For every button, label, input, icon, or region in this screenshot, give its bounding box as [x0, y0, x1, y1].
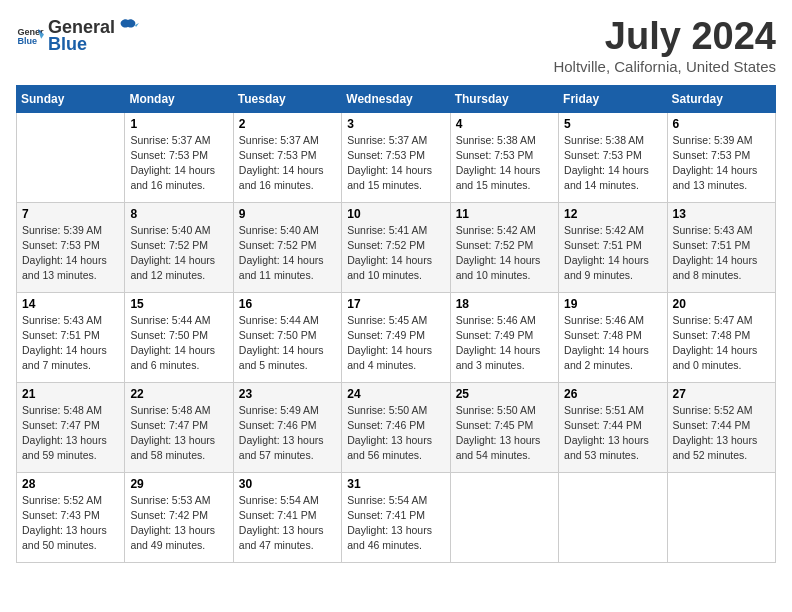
- day-info: Sunrise: 5:43 AM Sunset: 7:51 PM Dayligh…: [673, 223, 770, 284]
- day-info: Sunrise: 5:39 AM Sunset: 7:53 PM Dayligh…: [673, 133, 770, 194]
- logo-bird-icon: [117, 16, 139, 38]
- day-number: 7: [22, 207, 119, 221]
- weekday-header-saturday: Saturday: [667, 85, 775, 112]
- calendar-cell: 13Sunrise: 5:43 AM Sunset: 7:51 PM Dayli…: [667, 202, 775, 292]
- week-row-1: 1Sunrise: 5:37 AM Sunset: 7:53 PM Daylig…: [17, 112, 776, 202]
- weekday-header-row: SundayMondayTuesdayWednesdayThursdayFrid…: [17, 85, 776, 112]
- calendar-cell: 15Sunrise: 5:44 AM Sunset: 7:50 PM Dayli…: [125, 292, 233, 382]
- day-number: 3: [347, 117, 444, 131]
- day-info: Sunrise: 5:42 AM Sunset: 7:52 PM Dayligh…: [456, 223, 553, 284]
- day-number: 27: [673, 387, 770, 401]
- calendar-cell: 26Sunrise: 5:51 AM Sunset: 7:44 PM Dayli…: [559, 382, 667, 472]
- calendar-cell: 10Sunrise: 5:41 AM Sunset: 7:52 PM Dayli…: [342, 202, 450, 292]
- day-info: Sunrise: 5:50 AM Sunset: 7:45 PM Dayligh…: [456, 403, 553, 464]
- weekday-header-tuesday: Tuesday: [233, 85, 341, 112]
- day-info: Sunrise: 5:38 AM Sunset: 7:53 PM Dayligh…: [564, 133, 661, 194]
- calendar-cell: 16Sunrise: 5:44 AM Sunset: 7:50 PM Dayli…: [233, 292, 341, 382]
- day-info: Sunrise: 5:43 AM Sunset: 7:51 PM Dayligh…: [22, 313, 119, 374]
- day-number: 15: [130, 297, 227, 311]
- main-title: July 2024: [553, 16, 776, 58]
- calendar-cell: 2Sunrise: 5:37 AM Sunset: 7:53 PM Daylig…: [233, 112, 341, 202]
- week-row-5: 28Sunrise: 5:52 AM Sunset: 7:43 PM Dayli…: [17, 472, 776, 562]
- day-info: Sunrise: 5:38 AM Sunset: 7:53 PM Dayligh…: [456, 133, 553, 194]
- day-number: 16: [239, 297, 336, 311]
- day-info: Sunrise: 5:37 AM Sunset: 7:53 PM Dayligh…: [130, 133, 227, 194]
- weekday-header-wednesday: Wednesday: [342, 85, 450, 112]
- day-info: Sunrise: 5:54 AM Sunset: 7:41 PM Dayligh…: [239, 493, 336, 554]
- day-info: Sunrise: 5:39 AM Sunset: 7:53 PM Dayligh…: [22, 223, 119, 284]
- day-number: 19: [564, 297, 661, 311]
- day-number: 17: [347, 297, 444, 311]
- calendar-cell: 9Sunrise: 5:40 AM Sunset: 7:52 PM Daylig…: [233, 202, 341, 292]
- day-number: 25: [456, 387, 553, 401]
- day-number: 23: [239, 387, 336, 401]
- calendar-cell: [667, 472, 775, 562]
- calendar-cell: 3Sunrise: 5:37 AM Sunset: 7:53 PM Daylig…: [342, 112, 450, 202]
- day-number: 28: [22, 477, 119, 491]
- day-info: Sunrise: 5:50 AM Sunset: 7:46 PM Dayligh…: [347, 403, 444, 464]
- day-number: 29: [130, 477, 227, 491]
- calendar-cell: 19Sunrise: 5:46 AM Sunset: 7:48 PM Dayli…: [559, 292, 667, 382]
- day-number: 5: [564, 117, 661, 131]
- calendar-cell: [559, 472, 667, 562]
- calendar-cell: 27Sunrise: 5:52 AM Sunset: 7:44 PM Dayli…: [667, 382, 775, 472]
- calendar-cell: 6Sunrise: 5:39 AM Sunset: 7:53 PM Daylig…: [667, 112, 775, 202]
- day-info: Sunrise: 5:47 AM Sunset: 7:48 PM Dayligh…: [673, 313, 770, 374]
- subtitle: Holtville, California, United States: [553, 58, 776, 75]
- day-number: 26: [564, 387, 661, 401]
- calendar-cell: 22Sunrise: 5:48 AM Sunset: 7:47 PM Dayli…: [125, 382, 233, 472]
- day-info: Sunrise: 5:37 AM Sunset: 7:53 PM Dayligh…: [347, 133, 444, 194]
- calendar-cell: 7Sunrise: 5:39 AM Sunset: 7:53 PM Daylig…: [17, 202, 125, 292]
- calendar-cell: 25Sunrise: 5:50 AM Sunset: 7:45 PM Dayli…: [450, 382, 558, 472]
- day-info: Sunrise: 5:53 AM Sunset: 7:42 PM Dayligh…: [130, 493, 227, 554]
- day-number: 9: [239, 207, 336, 221]
- calendar-cell: 1Sunrise: 5:37 AM Sunset: 7:53 PM Daylig…: [125, 112, 233, 202]
- day-info: Sunrise: 5:40 AM Sunset: 7:52 PM Dayligh…: [130, 223, 227, 284]
- weekday-header-sunday: Sunday: [17, 85, 125, 112]
- day-number: 18: [456, 297, 553, 311]
- calendar-cell: 11Sunrise: 5:42 AM Sunset: 7:52 PM Dayli…: [450, 202, 558, 292]
- day-number: 21: [22, 387, 119, 401]
- calendar-cell: 14Sunrise: 5:43 AM Sunset: 7:51 PM Dayli…: [17, 292, 125, 382]
- week-row-4: 21Sunrise: 5:48 AM Sunset: 7:47 PM Dayli…: [17, 382, 776, 472]
- day-number: 4: [456, 117, 553, 131]
- day-info: Sunrise: 5:46 AM Sunset: 7:48 PM Dayligh…: [564, 313, 661, 374]
- day-number: 13: [673, 207, 770, 221]
- svg-text:Blue: Blue: [17, 36, 37, 46]
- day-info: Sunrise: 5:52 AM Sunset: 7:43 PM Dayligh…: [22, 493, 119, 554]
- calendar-cell: 30Sunrise: 5:54 AM Sunset: 7:41 PM Dayli…: [233, 472, 341, 562]
- day-number: 31: [347, 477, 444, 491]
- calendar-cell: 24Sunrise: 5:50 AM Sunset: 7:46 PM Dayli…: [342, 382, 450, 472]
- day-info: Sunrise: 5:37 AM Sunset: 7:53 PM Dayligh…: [239, 133, 336, 194]
- day-number: 20: [673, 297, 770, 311]
- day-info: Sunrise: 5:51 AM Sunset: 7:44 PM Dayligh…: [564, 403, 661, 464]
- day-number: 1: [130, 117, 227, 131]
- day-number: 2: [239, 117, 336, 131]
- day-number: 14: [22, 297, 119, 311]
- day-info: Sunrise: 5:48 AM Sunset: 7:47 PM Dayligh…: [22, 403, 119, 464]
- calendar-cell: 28Sunrise: 5:52 AM Sunset: 7:43 PM Dayli…: [17, 472, 125, 562]
- calendar-cell: 17Sunrise: 5:45 AM Sunset: 7:49 PM Dayli…: [342, 292, 450, 382]
- title-area: July 2024 Holtville, California, United …: [553, 16, 776, 75]
- day-number: 10: [347, 207, 444, 221]
- calendar-cell: [17, 112, 125, 202]
- calendar-cell: 20Sunrise: 5:47 AM Sunset: 7:48 PM Dayli…: [667, 292, 775, 382]
- calendar-table: SundayMondayTuesdayWednesdayThursdayFrid…: [16, 85, 776, 563]
- day-number: 6: [673, 117, 770, 131]
- day-info: Sunrise: 5:44 AM Sunset: 7:50 PM Dayligh…: [239, 313, 336, 374]
- logo: General Blue General Blue: [16, 16, 139, 55]
- calendar-cell: 8Sunrise: 5:40 AM Sunset: 7:52 PM Daylig…: [125, 202, 233, 292]
- day-info: Sunrise: 5:46 AM Sunset: 7:49 PM Dayligh…: [456, 313, 553, 374]
- day-info: Sunrise: 5:54 AM Sunset: 7:41 PM Dayligh…: [347, 493, 444, 554]
- day-number: 8: [130, 207, 227, 221]
- week-row-3: 14Sunrise: 5:43 AM Sunset: 7:51 PM Dayli…: [17, 292, 776, 382]
- calendar-cell: 31Sunrise: 5:54 AM Sunset: 7:41 PM Dayli…: [342, 472, 450, 562]
- weekday-header-friday: Friday: [559, 85, 667, 112]
- weekday-header-thursday: Thursday: [450, 85, 558, 112]
- day-info: Sunrise: 5:40 AM Sunset: 7:52 PM Dayligh…: [239, 223, 336, 284]
- day-number: 22: [130, 387, 227, 401]
- calendar-cell: 23Sunrise: 5:49 AM Sunset: 7:46 PM Dayli…: [233, 382, 341, 472]
- day-number: 24: [347, 387, 444, 401]
- day-info: Sunrise: 5:42 AM Sunset: 7:51 PM Dayligh…: [564, 223, 661, 284]
- header: General Blue General Blue July 2024 Holt…: [16, 16, 776, 75]
